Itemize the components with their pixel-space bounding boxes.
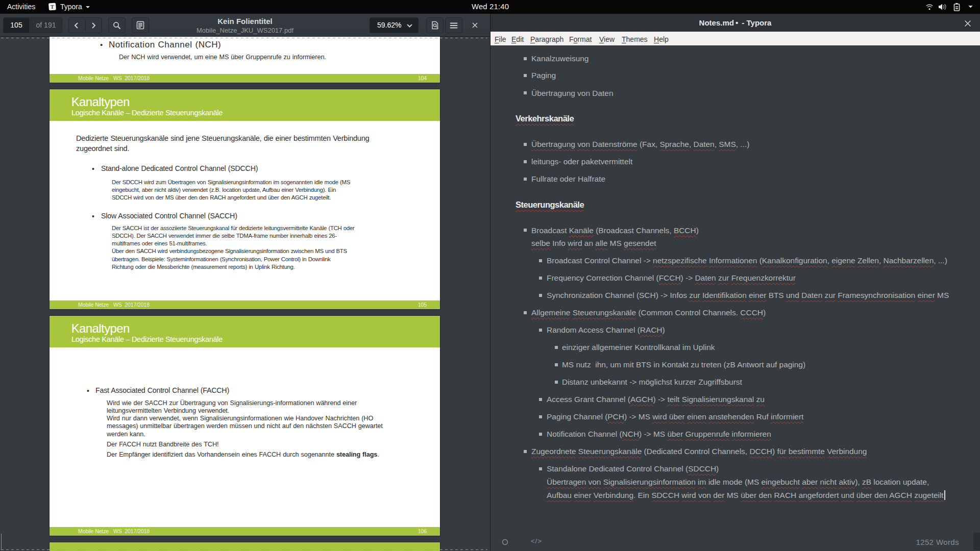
svg-text:T: T (51, 4, 54, 10)
